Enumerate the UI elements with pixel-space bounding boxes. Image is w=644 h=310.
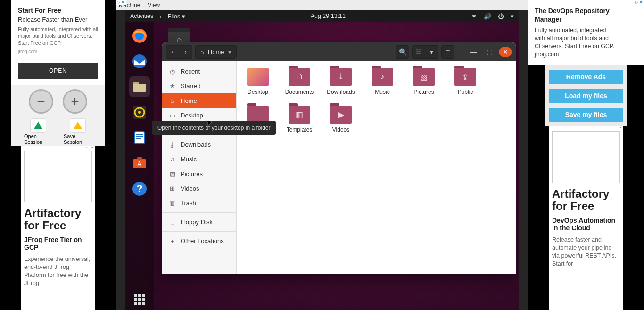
menu-view[interactable]: View xyxy=(148,2,160,8)
right-action-panel: Remove Ads Load my files Save my files xyxy=(545,65,627,126)
file-item-videos[interactable]: ▶Videos xyxy=(324,106,357,133)
nav-back-button[interactable]: ‹ xyxy=(166,45,179,59)
open-session-button[interactable]: Open Session xyxy=(24,118,52,145)
dock-software[interactable]: A xyxy=(129,153,150,174)
file-item-desktop[interactable]: Desktop xyxy=(241,68,274,95)
ad-left-top[interactable]: Start For Free Release Faster than Ever … xyxy=(11,0,105,85)
gdrive-icon xyxy=(74,122,82,129)
ad-body: Experience the universal, end-to-end JFr… xyxy=(24,255,92,287)
file-item-music[interactable]: ♪Music xyxy=(366,68,399,95)
sidebar-item-downloads[interactable]: ⭳Downloads xyxy=(162,137,236,152)
ad-title: Artifactory for Free xyxy=(24,207,92,232)
sidebar-item-documents[interactable]: 🗎Documents xyxy=(162,123,236,137)
zoom-in-button[interactable]: + xyxy=(63,89,87,114)
dock-libreoffice[interactable] xyxy=(129,127,150,148)
file-item-documents[interactable]: 🗎Documents xyxy=(283,68,316,95)
ad-right-top[interactable]: The DevOps Repository Manager Fully auto… xyxy=(528,0,621,65)
path-label: Home xyxy=(208,49,224,56)
file-label: snap xyxy=(252,126,264,133)
folder-icon: ▧ xyxy=(413,68,435,86)
nautilus-headerbar: ‹ › ⌂ Home ▾ 🔍 ☱ ▾ ≡ xyxy=(162,42,516,61)
file-item-public[interactable]: ⇪Public xyxy=(449,68,482,95)
dock-help[interactable]: ? xyxy=(129,178,150,199)
window-minimize-button[interactable]: — xyxy=(467,45,480,59)
dock-show-apps[interactable] xyxy=(129,289,150,310)
window-maximize-button[interactable]: ▢ xyxy=(483,45,496,59)
sidebar-item-icon: ▧ xyxy=(169,170,176,177)
ad-badge[interactable]: ▷✕ xyxy=(116,0,126,5)
sidebar-item-home[interactable]: ⌂Home xyxy=(162,93,236,108)
sidebar-item-pictures[interactable]: ▧Pictures xyxy=(162,167,236,181)
folder-icon: ▶ xyxy=(330,106,352,124)
folder-icon: ⭳ xyxy=(330,68,352,86)
sidebar-item-label: Home xyxy=(181,97,197,104)
sidebar-item-starred[interactable]: ★Starred xyxy=(162,79,236,93)
file-label: Pictures xyxy=(413,89,434,95)
sidebar-item-music[interactable]: ♫Music xyxy=(162,152,236,167)
ubuntu-desktop[interactable]: Activities 🗀 Files ▾ Aug 29 13:11 ⏷ 🔊 ⏻ … xyxy=(125,10,519,310)
sidebar-item-recent[interactable]: ◷Recent xyxy=(162,64,236,79)
clock[interactable]: Aug 29 13:11 xyxy=(311,13,346,19)
remove-ads-button[interactable]: Remove Ads xyxy=(549,70,623,84)
ad-left-bottom[interactable]: Artifactory for Free JFrog Free Tier on … xyxy=(21,148,95,287)
sidebar-item-label: Videos xyxy=(181,185,199,192)
sidebar-item-label: Music xyxy=(181,156,197,163)
ad-domain: jfrog.com xyxy=(18,49,98,54)
file-item-templates[interactable]: ▥Templates xyxy=(283,106,316,133)
dock-thunderbird[interactable] xyxy=(129,51,150,72)
sidebar-item-label: Documents xyxy=(181,126,212,134)
activities-button[interactable]: Activities xyxy=(130,13,153,19)
dock-files[interactable] xyxy=(129,76,150,97)
ad-body: Release faster and automate your pipelin… xyxy=(552,236,620,268)
file-item-pictures[interactable]: ▧Pictures xyxy=(407,68,440,95)
ad-badge[interactable]: ▷✕ xyxy=(634,0,644,5)
svg-rect-10 xyxy=(136,136,143,137)
folder-icon xyxy=(247,106,269,124)
path-bar[interactable]: ⌂ Home ▾ xyxy=(195,45,237,59)
folder-icon: ♪ xyxy=(372,68,393,86)
network-icon[interactable]: ⏷ xyxy=(471,13,477,20)
svg-text:A: A xyxy=(137,160,142,168)
vm-menubar: Machine View xyxy=(116,0,528,10)
window-close-button[interactable]: ✕ xyxy=(499,47,512,57)
search-button[interactable]: 🔍 xyxy=(396,45,409,59)
folder-icon: ⇪ xyxy=(454,68,476,86)
sidebar-item-other-locations[interactable]: ＋Other Locations xyxy=(162,234,236,248)
save-files-button[interactable]: Save my files xyxy=(549,108,623,122)
sidebar-item-icon: ⭳ xyxy=(169,141,176,148)
nautilus-file-grid[interactable]: Desktop🗎Documents⭳Downloads♪Music▧Pictur… xyxy=(237,61,516,274)
dock-firefox[interactable] xyxy=(129,25,150,46)
ad-right-bottom[interactable]: Artifactory for Free DevOps Automation i… xyxy=(549,128,623,271)
file-item-snap[interactable]: snap xyxy=(241,106,274,133)
system-menu-chevron-icon[interactable]: ▾ xyxy=(511,13,514,20)
sidebar-item-icon: ★ xyxy=(169,83,176,90)
sidebar-item-floppy-disk[interactable]: ⌸Floppy Disk xyxy=(162,215,236,229)
dock-rhythmbox[interactable] xyxy=(129,102,150,123)
ad-body: Fully automated, integrated with all maj… xyxy=(535,26,615,59)
ad-image xyxy=(24,151,92,202)
sidebar-item-desktop[interactable]: ▭Desktop xyxy=(162,108,236,123)
zoom-out-button[interactable]: − xyxy=(29,89,53,114)
sidebar-item-trash[interactable]: 🗑Trash xyxy=(162,196,236,210)
app-menu[interactable]: 🗀 Files ▾ xyxy=(160,13,185,20)
ad-title: The DevOps Repository Manager xyxy=(535,7,615,24)
ad-open-button[interactable]: OPEN xyxy=(18,63,98,79)
ad-title: Artifactory for Free xyxy=(552,188,620,213)
hamburger-menu-button[interactable]: ≡ xyxy=(441,45,454,59)
save-session-button[interactable]: Save Session xyxy=(64,118,92,145)
load-files-button[interactable]: Load my files xyxy=(549,89,623,103)
sound-icon[interactable]: 🔊 xyxy=(484,13,491,20)
nav-forward-button[interactable]: › xyxy=(179,45,192,59)
power-icon[interactable]: ⏻ xyxy=(498,13,504,20)
sidebar-item-videos[interactable]: ⊞Videos xyxy=(162,181,236,196)
file-item-downloads[interactable]: ⭳Downloads xyxy=(324,68,357,95)
view-list-button[interactable]: ☱ xyxy=(412,45,425,59)
view-options-button[interactable]: ▾ xyxy=(425,45,438,59)
sidebar-item-icon: ◷ xyxy=(169,68,176,75)
chevron-down-icon: ▾ xyxy=(228,49,231,56)
svg-rect-4 xyxy=(133,82,139,84)
ubuntu-dock: A ? xyxy=(125,22,154,310)
file-label: Desktop xyxy=(248,89,268,95)
sidebar-item-label: Trash xyxy=(181,200,196,207)
sidebar-item-label: Other Locations xyxy=(181,237,224,244)
